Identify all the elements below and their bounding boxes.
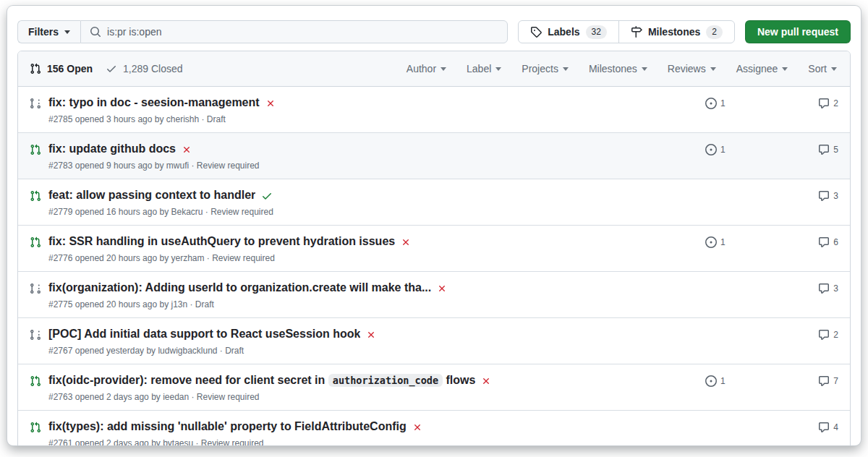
pr-row-main: fix: typo in doc - seesion-management#27… (48, 94, 705, 126)
inline-code: authorization_code (328, 374, 443, 387)
comment-count: 3 (833, 191, 838, 201)
filter-menu-label: Projects (522, 63, 558, 74)
filter-menu-label: Reviews (668, 63, 706, 74)
open-tab-label: 156 Open (47, 63, 93, 74)
linked-issues-count: 1 (720, 145, 726, 155)
pr-row[interactable]: fix: typo in doc - seesion-management#27… (18, 87, 850, 133)
comment-count: 6 (833, 237, 838, 247)
filter-menu-sort[interactable]: Sort (808, 63, 837, 74)
labels-button[interactable]: Labels 32 (519, 21, 618, 43)
comment-count-link[interactable]: 3 (818, 190, 838, 202)
comment-count-link[interactable]: 4 (818, 422, 838, 433)
chevron-down-icon (495, 67, 501, 71)
milestone-icon (631, 26, 642, 38)
filter-menu-label: Label (467, 63, 491, 74)
checks-failed-icon[interactable] (481, 376, 491, 386)
chevron-down-icon (441, 67, 446, 71)
comment-count-link[interactable]: 7 (818, 375, 838, 387)
new-pull-request-button[interactable]: New pull request (745, 20, 851, 43)
filter-menu-reviews[interactable]: Reviews (668, 63, 716, 74)
tag-icon (530, 26, 542, 38)
pr-title-link[interactable]: fix(oidc-provider): remove need for clie… (48, 372, 475, 389)
pr-row[interactable]: feat: allow passing context to handler#2… (18, 179, 850, 226)
filters-button[interactable]: Filters (17, 20, 80, 43)
comment-count-link[interactable]: 5 (818, 144, 838, 155)
title-text: fix(organization): Adding userId to orga… (48, 281, 431, 294)
title-text: fix: typo in doc - seesion-management (48, 96, 260, 108)
pr-title-link[interactable]: fix(organization): Adding userId to orga… (48, 279, 431, 296)
search-icon (90, 26, 101, 38)
checks-failed-icon[interactable] (265, 98, 276, 108)
title-text: fix(oidc-provider): remove need for clie… (48, 374, 328, 386)
comment-icon (818, 236, 830, 248)
comments-column: 3 (792, 190, 838, 202)
pr-title-link[interactable]: feat: allow passing context to handler (48, 187, 255, 204)
open-tab[interactable]: 156 Open (30, 63, 93, 74)
pr-row[interactable]: [POC] Add initial data support to React … (18, 318, 850, 364)
pr-title-link[interactable]: fix: update github docs (48, 140, 176, 158)
checks-passed-icon[interactable] (261, 190, 273, 202)
search-group: Filters (17, 20, 508, 43)
linked-issues[interactable]: 1 (705, 375, 792, 387)
pr-row-main: fix(oidc-provider): remove need for clie… (48, 372, 705, 403)
pr-row[interactable]: fix(oidc-provider): remove need for clie… (18, 364, 850, 411)
search-input[interactable] (107, 26, 498, 38)
comment-count-link[interactable]: 2 (818, 329, 838, 341)
chevron-down-icon (782, 67, 788, 71)
checks-failed-icon[interactable] (366, 330, 376, 340)
comments-column: 7 (792, 375, 838, 387)
title-text: [POC] Add initial data support to React … (48, 328, 360, 340)
pr-row-main: fix: update github docs#2783 opened 9 ho… (48, 140, 705, 172)
search-box[interactable] (80, 20, 508, 43)
pr-title-link[interactable]: fix(types): add missing 'nullable' prope… (48, 418, 407, 435)
checks-failed-icon[interactable] (182, 145, 192, 155)
comments-column: 6 (792, 236, 838, 248)
window-card: Filters Labels 32 (7, 6, 861, 445)
closed-tab[interactable]: 1,289 Closed (106, 63, 183, 74)
labels-button-label: Labels (548, 26, 579, 38)
pull-request-open-icon (30, 236, 41, 248)
checks-failed-icon[interactable] (401, 237, 411, 247)
pr-rows: fix: typo in doc - seesion-management#27… (18, 87, 850, 445)
pr-row[interactable]: fix: SSR handling in useAuthQuery to pre… (18, 226, 850, 272)
comment-count-link[interactable]: 6 (818, 236, 838, 248)
pr-row[interactable]: fix(organization): Adding userId to orga… (18, 272, 850, 318)
checks-failed-icon[interactable] (412, 422, 422, 432)
toolbar: Filters Labels 32 (17, 20, 851, 43)
filter-menu-assignee[interactable]: Assignee (736, 63, 788, 74)
pr-meta: #2783 opened 9 hours ago by mwufi · Revi… (48, 159, 705, 172)
comment-count: 4 (833, 422, 838, 432)
milestones-count-badge: 2 (706, 25, 723, 39)
pr-row[interactable]: fix(types): add missing 'nullable' prope… (18, 411, 850, 445)
filter-menu-label[interactable]: Label (467, 63, 501, 74)
checks-failed-icon[interactable] (437, 283, 447, 294)
labels-count-badge: 32 (586, 25, 607, 39)
pull-request-open-icon (30, 375, 41, 387)
linked-issues[interactable]: 1 (705, 98, 792, 109)
title-text: fix: update github docs (48, 142, 176, 155)
issue-opened-icon (705, 375, 717, 387)
comment-count-link[interactable]: 3 (818, 283, 838, 294)
milestones-button-label: Milestones (648, 26, 700, 38)
comments-column: 2 (792, 98, 838, 109)
pull-request-draft-icon (30, 98, 41, 109)
filter-menu-milestones[interactable]: Milestones (589, 63, 647, 74)
pr-title-link[interactable]: fix: typo in doc - seesion-management (48, 94, 260, 111)
pr-row-main: [POC] Add initial data support to React … (48, 325, 705, 357)
list-header: 156 Open 1,289 Closed AuthorLabelProject… (18, 51, 850, 87)
title-text: fix: SSR handling in useAuthQuery to pre… (48, 235, 395, 247)
pr-meta: #2785 opened 3 hours ago by cherishh · D… (48, 113, 705, 126)
linked-issues[interactable]: 1 (705, 236, 792, 248)
comment-count: 2 (833, 98, 838, 108)
comments-column: 2 (792, 329, 838, 341)
pr-title-link[interactable]: fix: SSR handling in useAuthQuery to pre… (48, 233, 395, 250)
pr-title-link[interactable]: [POC] Add initial data support to React … (48, 325, 360, 343)
comment-icon (818, 144, 830, 155)
comment-count-link[interactable]: 2 (818, 98, 838, 109)
filter-menu-projects[interactable]: Projects (522, 63, 569, 74)
chevron-down-icon (64, 30, 70, 34)
filter-menu-author[interactable]: Author (407, 63, 446, 74)
linked-issues[interactable]: 1 (705, 144, 792, 155)
pr-row[interactable]: fix: update github docs#2783 opened 9 ho… (18, 133, 850, 179)
milestones-button[interactable]: Milestones 2 (618, 21, 734, 43)
